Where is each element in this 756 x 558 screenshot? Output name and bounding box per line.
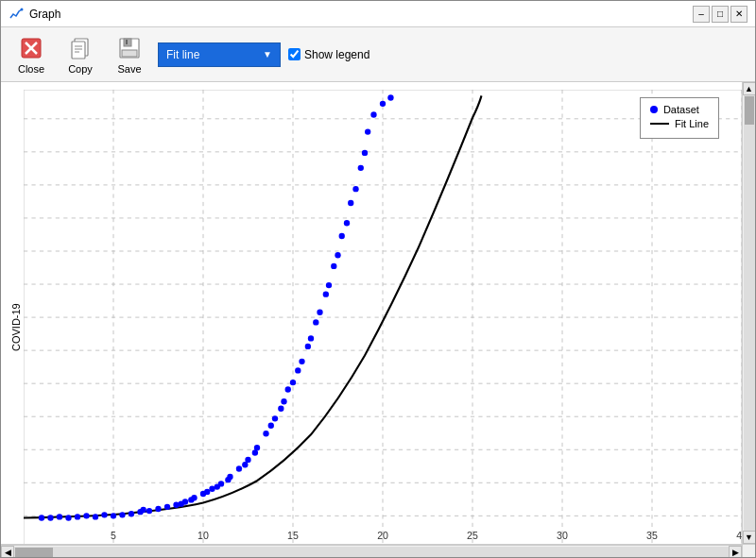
save-button[interactable]: Save [109,31,150,78]
window-title: Graph [29,8,60,21]
svg-point-108 [313,319,318,325]
svg-point-91 [344,220,350,226]
scroll-down-button[interactable]: ▼ [743,531,756,544]
svg-point-90 [335,252,340,258]
svg-point-67 [129,511,134,516]
svg-point-89 [326,282,332,288]
svg-point-57 [39,515,44,520]
svg-point-62 [83,513,89,518]
svg-point-64 [101,512,107,517]
svg-point-105 [285,386,291,392]
close-tool-icon [18,35,44,61]
svg-point-87 [308,335,314,341]
close-tool-label: Close [18,63,44,75]
save-icon [116,35,143,61]
scrollbar-right: ▲ ▼ [742,82,755,544]
copy-button[interactable]: Copy [60,31,101,78]
dataset-dot-icon [650,106,658,113]
svg-point-99 [215,483,220,489]
svg-point-114 [365,128,370,134]
svg-point-92 [352,186,358,192]
svg-point-84 [281,398,286,404]
bottom-bar: ◀ ▶ [1,544,755,557]
svg-point-61 [75,514,80,519]
chevron-down-icon: ▼ [263,49,272,59]
svg-point-79 [236,465,242,471]
chart-inner: 0 500 1000 1500 2000 2500 3000 3500 4000… [24,90,742,536]
svg-text:40: 40 [736,530,742,541]
svg-point-66 [119,512,125,517]
scroll-right-button[interactable]: ▶ [729,546,742,558]
minimize-button[interactable]: – [693,6,710,23]
fit-dropdown-container: Fit line ▼ [158,42,281,67]
svg-point-112 [348,200,353,206]
window-controls: – □ ✕ [693,6,747,23]
svg-text:10: 10 [198,530,209,541]
chart-legend: Dataset Fit Line [640,97,719,139]
scroll-thumb-horizontal[interactable] [15,548,53,557]
svg-point-86 [299,359,304,364]
svg-point-95 [141,507,146,513]
svg-point-100 [225,477,231,482]
svg-text:25: 25 [467,530,478,541]
copy-label: Copy [68,63,93,75]
main-window: Graph – □ ✕ Close [0,0,756,558]
svg-text:20: 20 [377,530,388,541]
svg-rect-5 [72,42,85,59]
svg-point-59 [57,514,62,519]
chart-svg-container: 0 500 1000 1500 2000 2500 3000 3500 4000… [24,90,742,544]
svg-point-83 [272,415,278,421]
svg-point-65 [111,513,116,518]
svg-point-107 [305,344,311,349]
svg-rect-12 [126,40,128,44]
title-bar-left: Graph [9,7,60,22]
scroll-track-vertical[interactable] [744,95,755,531]
scroll-track-horizontal[interactable] [14,547,729,558]
fit-dropdown-value: Fit line [166,48,199,61]
copy-icon [67,35,94,61]
svg-point-101 [242,462,248,467]
scrollbar-corner [742,545,755,557]
svg-point-96 [179,500,184,506]
svg-point-69 [146,508,152,514]
svg-point-82 [263,431,268,436]
title-bar: Graph – □ ✕ [1,1,755,27]
svg-point-103 [268,423,274,429]
svg-point-104 [278,406,284,412]
close-button[interactable]: ✕ [730,6,747,23]
svg-point-102 [252,449,258,455]
window-icon [9,7,24,22]
svg-point-115 [380,101,386,107]
svg-point-97 [188,497,194,502]
legend-dataset-item: Dataset [650,104,709,115]
svg-point-88 [317,310,322,315]
svg-point-58 [47,515,53,520]
toolbar: Close Copy [1,27,755,82]
svg-text:35: 35 [646,530,658,541]
close-tool-button[interactable]: Close [10,31,52,78]
svg-point-93 [362,150,368,156]
svg-point-98 [204,489,210,495]
svg-point-63 [93,514,98,519]
svg-point-110 [331,263,336,269]
legend-dataset-label: Dataset [663,104,699,115]
svg-text:15: 15 [287,530,299,541]
y-axis-label: COVID-19 [9,90,24,536]
svg-point-109 [323,291,329,296]
svg-point-60 [65,515,71,520]
scroll-thumb-vertical[interactable] [745,96,754,125]
svg-text:5: 5 [111,530,116,541]
maximize-button[interactable]: □ [712,6,729,23]
scroll-left-button[interactable]: ◀ [1,546,14,558]
scroll-up-button[interactable]: ▲ [743,82,756,95]
chart-area: COVID-19 [1,82,742,544]
legend-fitline-label: Fit Line [675,118,709,129]
svg-point-113 [358,165,364,171]
show-legend-checkbox[interactable]: Show legend [288,48,369,61]
legend-checkbox-input[interactable] [288,48,301,60]
svg-point-0 [21,8,24,10]
main-chart-svg: 0 500 1000 1500 2000 2500 3000 3500 4000… [24,90,742,544]
fit-dropdown[interactable]: Fit line ▼ [158,42,281,67]
svg-point-94 [370,111,376,117]
svg-point-116 [387,94,393,100]
